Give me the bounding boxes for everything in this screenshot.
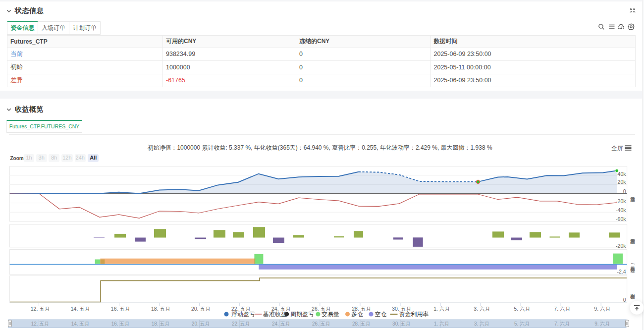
svg-text:1. 六月: 1. 六月	[434, 321, 449, 327]
svg-text:20k: 20k	[618, 179, 627, 185]
svg-text:28. 五月: 28. 五月	[352, 321, 371, 327]
svg-text:3. 六月: 3. 六月	[474, 306, 490, 312]
svg-text:基准收益: 基准收益	[263, 311, 287, 318]
svg-text:1. 六月: 1. 六月	[433, 306, 450, 312]
svg-text:20. 五月: 20. 五月	[191, 306, 211, 312]
svg-text:-40k: -40k	[616, 207, 626, 213]
svg-text:30. 五月: 30. 五月	[392, 321, 411, 327]
svg-text:12. 五月: 12. 五月	[31, 306, 50, 312]
svg-text:周期盈亏: 周期盈亏	[290, 311, 314, 318]
svg-text:12. 五月: 12. 五月	[31, 321, 50, 327]
svg-text:18. 五月: 18. 五月	[152, 321, 170, 327]
svg-text:资金利用率: 资金利用率	[630, 294, 636, 300]
svg-text:26. 五月: 26. 五月	[312, 321, 330, 327]
svg-text:浮动盈亏: 浮动盈亏	[630, 197, 635, 202]
svg-text:9. 六月: 9. 六月	[594, 321, 610, 327]
svg-text:周期盈亏: 周期盈亏	[630, 239, 635, 244]
svg-text:22. 五月: 22. 五月	[232, 321, 250, 327]
svg-text:9. 六月: 9. 六月	[594, 306, 610, 312]
svg-text:交易量/持仓: 交易量/持仓	[630, 263, 636, 273]
svg-text:18. 五月: 18. 五月	[151, 306, 170, 312]
svg-text:-20k: -20k	[616, 243, 626, 249]
svg-text:0: 0	[623, 188, 626, 194]
svg-text:16. 五月: 16. 五月	[111, 321, 130, 327]
svg-text:-20k: -20k	[616, 198, 626, 204]
svg-text:40k: 40k	[618, 171, 627, 177]
svg-text:5. 六月: 5. 六月	[514, 306, 530, 312]
svg-text:-2.4: -2.4	[617, 269, 626, 275]
svg-text:交易量: 交易量	[322, 311, 339, 318]
svg-text:5. 六月: 5. 六月	[514, 321, 530, 327]
svg-text:24. 五月: 24. 五月	[272, 321, 290, 327]
svg-text:0: 0	[623, 297, 626, 303]
svg-text:16. 五月: 16. 五月	[111, 306, 130, 312]
svg-text:3. 六月: 3. 六月	[474, 321, 489, 327]
svg-text:资金利用率: 资金利用率	[399, 311, 429, 318]
svg-text:7. 六月: 7. 六月	[554, 306, 570, 312]
svg-text:空仓: 空仓	[375, 311, 387, 318]
svg-text:20. 五月: 20. 五月	[192, 321, 210, 327]
svg-text:14. 五月: 14. 五月	[71, 321, 90, 327]
svg-text:多仓: 多仓	[351, 311, 363, 318]
svg-text:-60k: -60k	[616, 216, 626, 222]
svg-text:7. 六月: 7. 六月	[554, 321, 570, 327]
svg-text:14. 五月: 14. 五月	[71, 306, 90, 312]
svg-text:浮动盈亏: 浮动盈亏	[231, 311, 255, 318]
